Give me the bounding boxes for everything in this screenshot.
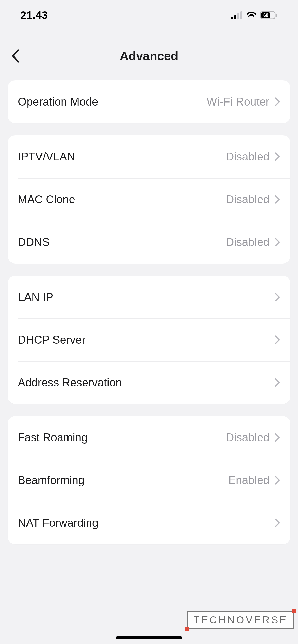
chevron-right-icon [275, 195, 281, 204]
row-label: IPTV/VLAN [18, 150, 226, 163]
row-value: Wi-Fi Router [207, 95, 269, 108]
page-title: Advanced [120, 49, 178, 63]
row-right: Wi-Fi Router [207, 95, 281, 108]
row-dhcp-server[interactable]: DHCP Server [8, 318, 290, 361]
row-label: DDNS [18, 236, 226, 248]
chevron-right-icon [275, 238, 281, 247]
back-button[interactable] [8, 48, 23, 64]
row-iptv-vlan[interactable]: IPTV/VLAN Disabled [8, 135, 290, 178]
row-right [269, 518, 281, 528]
row-label: MAC Clone [18, 193, 226, 206]
chevron-right-icon [275, 476, 281, 485]
row-right: Disabled [226, 431, 281, 444]
status-bar: 21.43 68 [0, 0, 298, 31]
row-right [269, 378, 281, 387]
row-label: Address Reservation [18, 376, 269, 389]
status-right-cluster: 68 [231, 11, 278, 19]
row-right: Disabled [226, 193, 281, 206]
row-right [269, 292, 281, 302]
row-value: Enabled [228, 474, 269, 487]
row-label: NAT Forwarding [18, 517, 269, 529]
row-value: Disabled [226, 150, 269, 163]
row-label: Operation Mode [18, 95, 207, 108]
watermark: TECHNOVERSE [187, 611, 294, 629]
row-right: Disabled [226, 150, 281, 163]
settings-group: Operation Mode Wi-Fi Router [8, 80, 290, 123]
svg-rect-3 [240, 11, 242, 19]
chevron-right-icon [275, 335, 281, 344]
row-label: Beamforming [18, 474, 228, 487]
svg-rect-2 [237, 13, 239, 19]
chevron-right-icon [275, 97, 281, 106]
row-right: Enabled [228, 474, 281, 487]
row-value: Disabled [226, 431, 269, 444]
status-time: 21.43 [20, 9, 48, 21]
row-fast-roaming[interactable]: Fast Roaming Disabled [8, 416, 290, 459]
row-right: Disabled [226, 236, 281, 248]
row-ddns[interactable]: DDNS Disabled [8, 221, 290, 264]
row-label: DHCP Server [18, 333, 269, 346]
row-right [269, 335, 281, 344]
chevron-right-icon [275, 152, 281, 161]
svg-text:68: 68 [263, 13, 268, 18]
settings-group: Fast Roaming Disabled Beamforming Enable… [8, 416, 290, 544]
chevron-right-icon [275, 518, 281, 528]
settings-group: IPTV/VLAN Disabled MAC Clone Disabled DD… [8, 135, 290, 264]
wifi-icon [246, 11, 257, 19]
row-nat-forwarding[interactable]: NAT Forwarding [8, 502, 290, 544]
row-beamforming[interactable]: Beamforming Enabled [8, 459, 290, 502]
row-label: LAN IP [18, 291, 269, 303]
cell-signal-icon [231, 11, 242, 19]
chevron-right-icon [275, 378, 281, 387]
home-indicator [116, 636, 182, 639]
row-label: Fast Roaming [18, 431, 226, 444]
svg-rect-0 [231, 17, 233, 19]
settings-content: Operation Mode Wi-Fi Router IPTV/VLAN Di… [8, 80, 290, 557]
row-value: Disabled [226, 193, 269, 206]
row-operation-mode[interactable]: Operation Mode Wi-Fi Router [8, 80, 290, 123]
chevron-left-icon [11, 49, 20, 63]
row-lan-ip[interactable]: LAN IP [8, 276, 290, 318]
row-address-reservation[interactable]: Address Reservation [8, 361, 290, 404]
svg-rect-6 [276, 14, 277, 17]
row-value: Disabled [226, 236, 269, 248]
chevron-right-icon [275, 433, 281, 442]
row-mac-clone[interactable]: MAC Clone Disabled [8, 178, 290, 221]
svg-rect-1 [234, 15, 236, 19]
settings-group: LAN IP DHCP Server Address Reservation [8, 276, 290, 404]
nav-header: Advanced [0, 42, 298, 70]
chevron-right-icon [275, 292, 281, 302]
battery-icon: 68 [260, 11, 278, 19]
